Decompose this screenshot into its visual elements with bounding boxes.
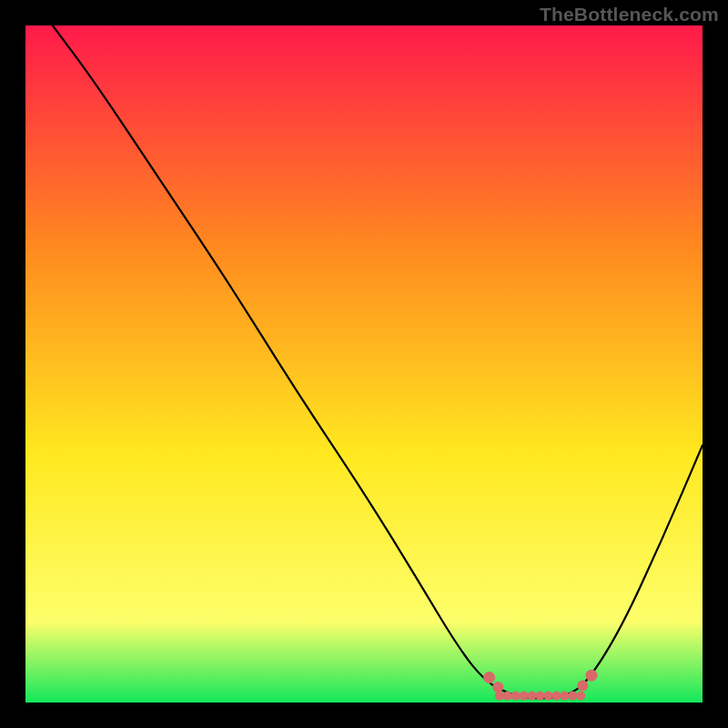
marker-dot bbox=[568, 692, 577, 701]
marker-dot bbox=[535, 692, 544, 701]
marker-dot bbox=[511, 692, 521, 701]
marker-dot bbox=[577, 680, 588, 691]
marker-dot bbox=[560, 692, 569, 701]
marker-dot bbox=[586, 670, 598, 682]
marker-dot bbox=[503, 692, 512, 701]
gradient-background bbox=[25, 25, 703, 703]
marker-dot bbox=[520, 692, 529, 701]
marker-dot bbox=[576, 692, 585, 701]
chart-svg bbox=[25, 25, 703, 703]
chart-container: TheBottleneck.com bbox=[0, 0, 728, 728]
marker-dot bbox=[551, 692, 561, 701]
marker-dot bbox=[528, 692, 537, 701]
marker-dot bbox=[543, 692, 552, 701]
plot-area bbox=[25, 25, 703, 703]
marker-dot bbox=[492, 682, 503, 693]
watermark-text: TheBottleneck.com bbox=[540, 4, 719, 25]
marker-dot bbox=[483, 672, 495, 683]
marker-dot bbox=[495, 692, 504, 701]
